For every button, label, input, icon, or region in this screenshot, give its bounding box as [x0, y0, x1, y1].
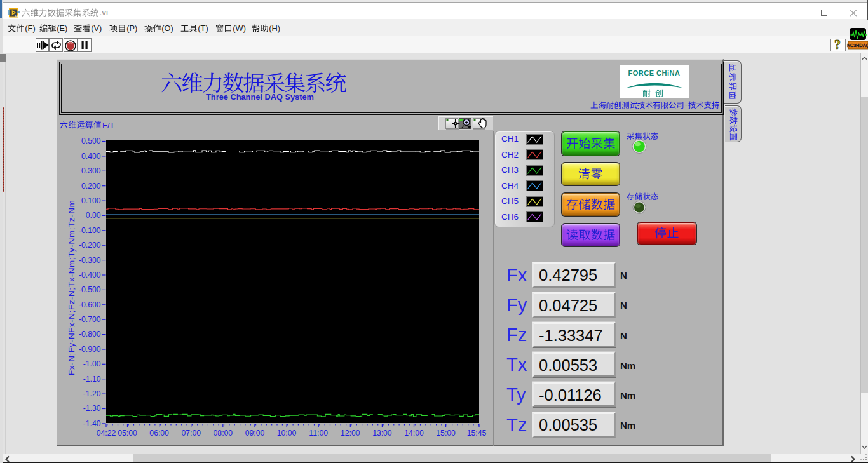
svg-text:NC3HDAQ: NC3HDAQ — [847, 43, 868, 48]
svg-text:?: ? — [834, 39, 841, 50]
